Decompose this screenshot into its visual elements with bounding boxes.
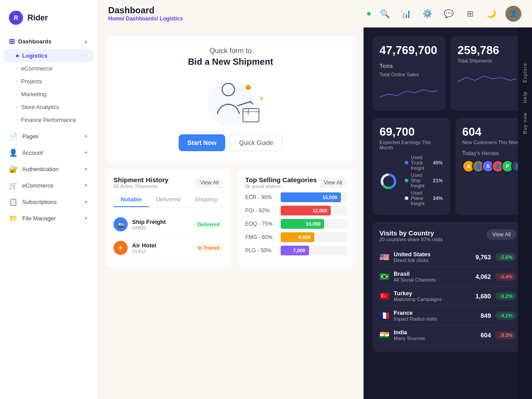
logo[interactable]: R Rider bbox=[0, 7, 97, 34]
breadcrumb: Home/ Dashboards/ Logistics bbox=[108, 16, 183, 22]
tab-shipping[interactable]: Shipping bbox=[188, 192, 224, 207]
shipment-subtitle: 59 Active Shipments bbox=[113, 184, 168, 189]
shipment-item-2: ✈ Air Hotel #1452 In Transit bbox=[113, 236, 224, 260]
country-info-fr: France Impact Radius visits bbox=[394, 309, 481, 321]
status-dot bbox=[367, 12, 371, 16]
sidebar-item-ecommerce[interactable]: eCommerce bbox=[0, 62, 97, 75]
ship-dot bbox=[405, 179, 408, 182]
grid-icon[interactable]: ⊞ bbox=[463, 7, 477, 21]
chart-icon[interactable]: 📊 bbox=[399, 7, 413, 21]
quick-guide-button[interactable]: Quick Guide bbox=[230, 134, 282, 151]
visits-title: Visits by Country bbox=[379, 229, 443, 237]
visits-header: Visits by Country 20 countries share 97%… bbox=[379, 229, 516, 242]
promo-buttons: Start Now Quick Guide bbox=[117, 134, 344, 151]
visits-subtitle: 20 countries share 97% visits bbox=[379, 237, 443, 242]
total-sales-label: Total Online Sales bbox=[379, 72, 438, 77]
ecommerce-icon: 🛒 bbox=[9, 181, 18, 190]
visits-view-all[interactable]: View All bbox=[487, 229, 516, 240]
tab-delivered[interactable]: Delivered bbox=[149, 192, 188, 207]
settings-icon[interactable]: ⚙️ bbox=[420, 7, 434, 21]
flag-tr: 🇹🇷 bbox=[379, 291, 389, 301]
grid-icon: ⊞ bbox=[9, 37, 15, 46]
flag-fr: 🇫🇷 bbox=[379, 311, 389, 321]
promo-illustration bbox=[195, 74, 266, 127]
total-shipments-value: 259,786 bbox=[458, 43, 516, 57]
bottom-grid: Shipment History 59 Active Shipments Vie… bbox=[106, 169, 355, 267]
visits-title-group: Visits by Country 20 countries share 97%… bbox=[379, 229, 443, 242]
chevron-up-icon: ▲ bbox=[84, 39, 88, 44]
shipment-tabs: Notable Delivered Shipping bbox=[113, 192, 224, 207]
start-now-button[interactable]: Start Now bbox=[179, 134, 225, 151]
buy-now-tab[interactable]: Buy now bbox=[522, 112, 528, 134]
earnings-label: Expected Earnings This Month bbox=[379, 140, 443, 150]
account-icon: 👤 bbox=[9, 149, 18, 157]
ship-icon-2: ✈ bbox=[113, 241, 128, 255]
explore-tab[interactable]: Explore bbox=[522, 63, 528, 82]
sidebar-item-authentication[interactable]: 🔐 Authentication ▼ bbox=[0, 161, 97, 177]
illustration-svg bbox=[195, 74, 266, 127]
change-us: ↑2.6% bbox=[495, 253, 516, 261]
change-br: ↓0.4% bbox=[495, 273, 516, 281]
sidebar-item-marketing[interactable]: Marketing bbox=[0, 88, 97, 101]
search-icon[interactable]: 🔍 bbox=[378, 7, 392, 21]
country-item-in: 🇮🇳 India Many Sources 604 ↓8.3% bbox=[379, 325, 516, 345]
sidebar-item-projects[interactable]: Projects bbox=[0, 75, 97, 88]
country-info-br: Brasil All Social Channels bbox=[394, 270, 475, 282]
flag-br: 🇧🇷 bbox=[379, 272, 389, 282]
shipment-history-card: Shipment History 59 Active Shipments Vie… bbox=[106, 169, 231, 267]
sidebar-item-store-analytics[interactable]: Store Analytics bbox=[0, 101, 97, 113]
theme-icon[interactable]: 🌙 bbox=[484, 7, 498, 21]
promo-title: Quick form to bbox=[117, 47, 344, 55]
shipment-view-all[interactable]: View All bbox=[195, 177, 224, 188]
bar-row-4: FMG - 60% 8,000 bbox=[245, 232, 348, 242]
total-sales-value: 47,769,700 Tons bbox=[379, 43, 438, 71]
sidebar-item-file-manager[interactable]: 📁 File Manager ▼ bbox=[0, 210, 97, 227]
legend-ship: Used Ship freight 21% bbox=[405, 172, 443, 188]
main-content: Dashboard Home/ Dashboards/ Logistics 🔍 … bbox=[98, 0, 532, 399]
dark-stats-row: 47,769,700 Tons Total Online Sales 259,7… bbox=[372, 36, 523, 111]
ship-info-2: Air Hotel #1452 bbox=[132, 242, 193, 254]
chevron-down-icon-2: ▼ bbox=[84, 150, 88, 155]
total-shipments-label: Total Shipments bbox=[458, 58, 516, 63]
change-tr: ↑0.2% bbox=[495, 292, 516, 300]
chevron-down-icon: ▼ bbox=[84, 134, 88, 139]
sidebar-item-account[interactable]: 👤 Account ▼ bbox=[0, 145, 97, 161]
svg-point-1 bbox=[246, 85, 251, 90]
change-fr: ↑4.1% bbox=[495, 312, 516, 320]
dashboards-group[interactable]: ⊞ Dashboards ▲ bbox=[0, 34, 97, 49]
file-manager-icon: 📁 bbox=[9, 214, 18, 223]
left-panel: Quick form to Bid a New Shipment bbox=[98, 27, 364, 399]
promo-card: Quick form to Bid a New Shipment bbox=[106, 36, 355, 162]
dark-stats-row-2: 69,700 Expected Earnings This Month bbox=[372, 118, 523, 215]
bar-row-3: EOQ - 75% 10,000 bbox=[245, 219, 348, 229]
categories-view-all[interactable]: View All bbox=[318, 177, 348, 188]
page-title: Dashboard bbox=[108, 5, 183, 16]
help-tab[interactable]: Help bbox=[522, 91, 528, 103]
earnings-value: 69,700 bbox=[379, 125, 443, 139]
message-icon[interactable]: 💬 bbox=[442, 7, 456, 21]
right-panel: 47,769,700 Tons Total Online Sales 259,7… bbox=[364, 27, 532, 399]
svg-point-2 bbox=[260, 97, 263, 100]
dark-card-sales: 47,769,700 Tons Total Online Sales bbox=[372, 36, 445, 111]
flag-us: 🇺🇸 bbox=[379, 252, 389, 262]
tab-notable[interactable]: Notable bbox=[113, 192, 149, 207]
top-categories-card: Top Selling Categories 8k social visitor… bbox=[238, 169, 355, 267]
sidebar-item-subscriptions[interactable]: 📋 Subscriptions ▼ bbox=[0, 194, 97, 210]
categories-title: Top Selling Categories bbox=[245, 176, 317, 184]
bar-chart: ECR - 90% 15,000 FGI - 82% 12,000 bbox=[245, 192, 348, 255]
country-info-us: United States Direct link clicks bbox=[394, 251, 475, 263]
sales-chart bbox=[379, 82, 438, 104]
sidebar-item-logistics[interactable]: Logistics bbox=[4, 49, 94, 62]
avatar[interactable]: 👤 bbox=[505, 6, 521, 22]
sidebar-item-finance-performance[interactable]: Finance Performance bbox=[0, 113, 97, 126]
truck-dot bbox=[405, 161, 408, 164]
visits-section: Visits by Country 20 countries share 97%… bbox=[372, 222, 523, 352]
subscriptions-icon: 📋 bbox=[9, 198, 18, 206]
country-item-us: 🇺🇸 United States Direct link clicks 9,76… bbox=[379, 247, 516, 267]
sidebar-item-ecommerce-nav[interactable]: 🛒 eCommerce ▼ bbox=[0, 177, 97, 194]
sidebar-item-pages[interactable]: 📄 Pages ▼ bbox=[0, 128, 97, 145]
chevron-down-icon-4: ▼ bbox=[84, 183, 88, 188]
dark-panel-content: 47,769,700 Tons Total Online Sales 259,7… bbox=[364, 27, 532, 361]
logo-icon: R bbox=[9, 11, 23, 25]
sidebar: R Rider ⊞ Dashboards ▲ Logistics eCommer… bbox=[0, 0, 98, 399]
